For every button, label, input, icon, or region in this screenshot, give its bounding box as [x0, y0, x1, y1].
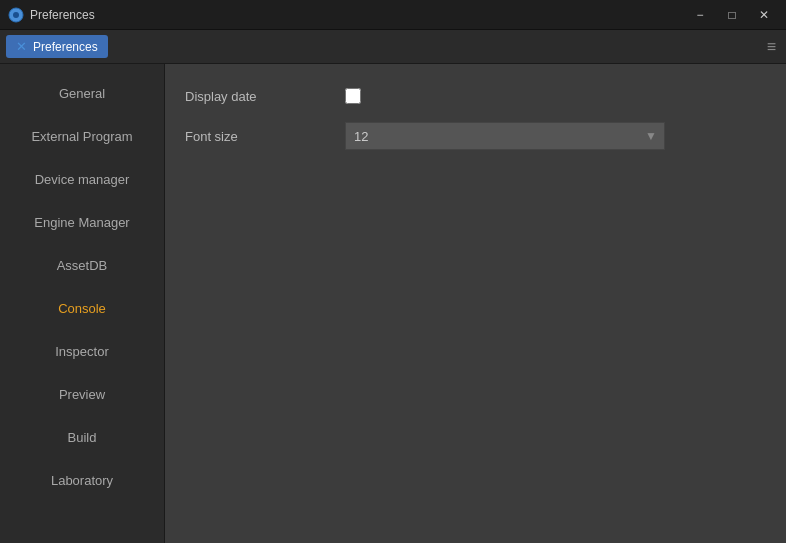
sidebar-item-preview[interactable]: Preview	[0, 373, 164, 416]
titlebar-left: Preferences	[8, 7, 95, 23]
font-size-select[interactable]: 8 9 10 11 12 13 14 16 18 20 24	[345, 122, 665, 150]
sidebar-item-inspector[interactable]: Inspector	[0, 330, 164, 373]
sidebar-item-build[interactable]: Build	[0, 416, 164, 459]
svg-point-1	[13, 12, 19, 18]
sidebar-item-external-program[interactable]: External Program	[0, 115, 164, 158]
sidebar: General External Program Device manager …	[0, 64, 165, 543]
font-size-label: Font size	[185, 129, 345, 144]
tab-menu-icon[interactable]: ≡	[763, 38, 780, 56]
titlebar: Preferences − □ ✕	[0, 0, 786, 30]
display-date-row: Display date	[185, 88, 766, 104]
font-size-row: Font size 8 9 10 11 12 13 14 16 18 20 24…	[185, 122, 766, 150]
maximize-button[interactable]: □	[718, 5, 746, 25]
main-layout: General External Program Device manager …	[0, 64, 786, 543]
sidebar-item-general[interactable]: General	[0, 72, 164, 115]
content-panel: Display date Font size 8 9 10 11 12 13 1…	[165, 64, 786, 543]
sidebar-item-assetdb[interactable]: AssetDB	[0, 244, 164, 287]
app-icon	[8, 7, 24, 23]
preferences-tab[interactable]: ✕ Preferences	[6, 35, 108, 58]
minimize-button[interactable]: −	[686, 5, 714, 25]
sidebar-item-device-manager[interactable]: Device manager	[0, 158, 164, 201]
tab-label: Preferences	[33, 40, 98, 54]
sidebar-item-laboratory[interactable]: Laboratory	[0, 459, 164, 502]
sidebar-item-engine-manager[interactable]: Engine Manager	[0, 201, 164, 244]
font-size-select-wrapper: 8 9 10 11 12 13 14 16 18 20 24 ▼	[345, 122, 665, 150]
tab-icon: ✕	[16, 39, 27, 54]
close-button[interactable]: ✕	[750, 5, 778, 25]
tabbar: ✕ Preferences ≡	[0, 30, 786, 64]
display-date-checkbox[interactable]	[345, 88, 361, 104]
window-title: Preferences	[30, 8, 95, 22]
sidebar-item-console[interactable]: Console	[0, 287, 164, 330]
display-date-label: Display date	[185, 89, 345, 104]
window-controls: − □ ✕	[686, 5, 778, 25]
